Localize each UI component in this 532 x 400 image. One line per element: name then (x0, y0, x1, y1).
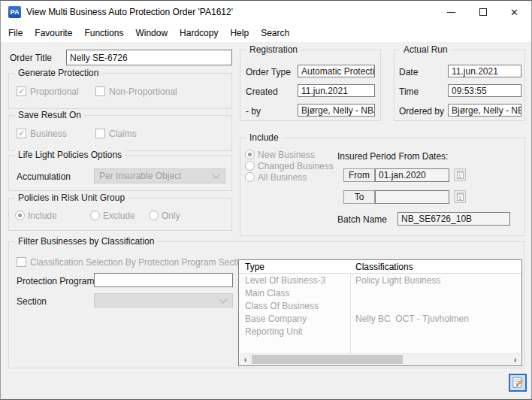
from-calendar-button: 1 (454, 168, 466, 181)
registration-group: Registration Order Type Automatic Protec… (240, 50, 381, 121)
edit-order-button[interactable] (509, 374, 527, 392)
created-by-field[interactable]: Bjørge, Nelly - NBJOF (298, 104, 375, 117)
menu-functions[interactable]: Functions (78, 28, 129, 38)
column-header-type[interactable]: Type (245, 262, 264, 272)
ordered-by-field[interactable]: Bjørge, Nelly - NBJOF (448, 104, 521, 117)
minimize-button[interactable] (439, 1, 464, 23)
claims-checkbox (95, 129, 105, 138)
table-header: Type Classifications (239, 260, 521, 274)
created-field[interactable]: 11.jun.2021 (298, 84, 375, 97)
close-button[interactable]: ✕ (502, 1, 527, 23)
from-date-field[interactable]: 01.jan.2020 (375, 168, 449, 182)
risk-unit-group: Policies in Risk Unit Group Include Excl… (8, 198, 232, 231)
menu-search[interactable]: Search (255, 28, 295, 38)
actual-run-title: Actual Run (401, 44, 451, 55)
title-bar: PA View Multi Business Auto Protection O… (1, 1, 531, 23)
chevron-down-icon (220, 295, 228, 303)
protection-program-field[interactable] (94, 273, 233, 287)
window-title: View Multi Business Auto Protection Orde… (26, 7, 233, 17)
non-proportional-label: Non-Proportional (109, 86, 177, 97)
insured-period-label: Insured Period From Dates: (337, 151, 448, 162)
table-row[interactable]: Level Of Business-3 Policy Light Busines… (239, 274, 521, 287)
exclude-radio (90, 211, 100, 220)
maximize-button[interactable] (470, 1, 495, 23)
menu-hardcopy[interactable]: Hardcopy (174, 28, 224, 38)
calendar-icon: 1 (457, 171, 464, 179)
column-header-classifications[interactable]: Classifications (355, 262, 413, 272)
proportional-checkbox (17, 86, 26, 96)
date-field[interactable]: 11.jun.2021 (448, 65, 521, 77)
chevron-down-icon (213, 171, 220, 179)
cell-classification: Policy Light Business (355, 275, 517, 286)
time-field[interactable]: 09:53:55 (448, 84, 521, 97)
scroll-left-icon[interactable]: ‹ (240, 354, 251, 365)
include-radio (15, 211, 25, 220)
order-type-field[interactable]: Automatic Protection (298, 65, 375, 77)
to-date-field[interactable] (375, 190, 449, 204)
only-label: Only (162, 211, 180, 221)
table-row[interactable]: Base Company Nelly BC OCT - Tjuvholmen (239, 313, 521, 326)
ordered-by-label: Ordered by (399, 106, 444, 117)
cell-type: Reporting Unit (245, 326, 347, 337)
generate-protection-group: Generate Protection Proportional Non-Pro… (8, 73, 232, 109)
batch-name-field[interactable]: NB_SE6726_10B (397, 212, 510, 226)
from-label-box: From (343, 168, 375, 182)
generate-protection-title: Generate Protection (15, 68, 101, 78)
menu-favourite[interactable]: Favourite (29, 28, 78, 38)
changed-business-label: Changed Business (258, 161, 334, 171)
cell-type: Main Class (245, 288, 347, 298)
classification-selection-checkbox (17, 257, 26, 267)
business-checkbox (17, 129, 26, 138)
created-label: Created (246, 86, 278, 97)
close-icon: ✕ (510, 8, 518, 17)
protection-program-label: Protection Program (17, 276, 94, 286)
scrollbar-thumb[interactable] (252, 355, 403, 364)
claims-label: Claims (109, 129, 137, 139)
maximize-icon (479, 8, 487, 16)
batch-name-label: Batch Name (337, 214, 387, 225)
menu-window[interactable]: Window (129, 28, 174, 38)
changed-business-radio (245, 161, 255, 171)
menu-help[interactable]: Help (224, 28, 255, 38)
dialog-window: PA View Multi Business Auto Protection O… (0, 0, 532, 400)
non-proportional-checkbox (95, 86, 105, 96)
cell-type: Level Of Business-3 (245, 275, 347, 286)
edit-note-icon (511, 376, 524, 389)
time-label: Time (399, 86, 419, 97)
order-title-label: Order Title (10, 53, 52, 63)
table-row[interactable]: Main Class (239, 287, 521, 300)
date-label: Date (399, 67, 418, 77)
registration-title: Registration (246, 44, 301, 55)
menu-file[interactable]: File (8, 28, 29, 38)
life-light-group: Life Light Policies Options Accumulation… (8, 155, 232, 191)
table-row[interactable]: Class Of Business (239, 300, 521, 313)
filter-group: Filter Businesses by Classification Clas… (8, 241, 524, 368)
order-title-field[interactable]: Nelly SE-6726 (66, 50, 232, 65)
actual-run-group: Actual Run Date 11.jun.2021 Time 09:53:5… (394, 50, 525, 121)
accumulation-value: Per Insurable Object (99, 171, 181, 181)
order-type-label: Order Type (246, 67, 291, 77)
all-business-label: All Business (258, 172, 307, 183)
section-label: Section (17, 296, 47, 307)
risk-unit-title: Policies in Risk Unit Group (15, 192, 128, 203)
horizontal-scrollbar[interactable]: ‹ › (240, 353, 521, 365)
include-label: Include (28, 211, 57, 221)
table-row[interactable]: Reporting Unit (239, 326, 521, 338)
all-business-radio (245, 172, 255, 182)
include-group: Include New Business Changed Business Al… (240, 138, 525, 236)
save-result-on-group: Save Result On Business Claims (8, 115, 232, 151)
scroll-right-icon[interactable]: › (509, 354, 521, 365)
to-label-box: To (343, 190, 375, 204)
save-result-on-title: Save Result On (15, 110, 84, 120)
to-calendar-button: 1 (454, 190, 466, 203)
life-light-title: Life Light Policies Options (15, 150, 125, 160)
classification-selection-label: Classification Selection By Protection P… (30, 257, 249, 268)
filter-title: Filter Businesses by Classification (15, 236, 157, 247)
minimize-icon (447, 12, 455, 13)
new-business-radio (245, 150, 255, 159)
created-by-label: - by (246, 106, 261, 117)
classification-table: Type Classifications Level Of Business-3… (238, 259, 522, 366)
only-radio (149, 211, 159, 220)
menu-bar: File Favourite Functions Window Hardcopy… (1, 23, 531, 42)
accumulation-label: Accumulation (17, 171, 71, 182)
